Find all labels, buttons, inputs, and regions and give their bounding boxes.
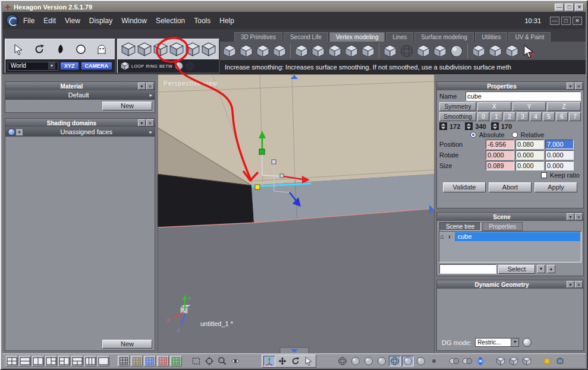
tab-vertex-modeling[interactable]: Vertex modeling xyxy=(329,32,385,42)
smoothing-level-7[interactable]: 7 xyxy=(569,112,581,121)
collapse-icon[interactable]: ▼ xyxy=(567,213,574,220)
rotate-x-field[interactable] xyxy=(486,150,514,160)
vertex-tool-icon[interactable] xyxy=(433,44,447,58)
maximize-icon[interactable]: □ xyxy=(565,4,574,11)
size-z-field[interactable] xyxy=(545,161,574,170)
vertex-tool-icon[interactable] xyxy=(328,44,342,58)
absolute-radio[interactable] xyxy=(470,132,476,138)
tab-scene-properties[interactable]: Properties xyxy=(482,222,523,231)
shading-item-row[interactable]: + Unassigned faces ▸ xyxy=(5,127,155,137)
validate-button[interactable]: Validate xyxy=(443,182,486,192)
vertex-tool-icon[interactable] xyxy=(344,44,359,58)
menu-window[interactable]: Window xyxy=(121,17,147,25)
vertex-tool-icon[interactable] xyxy=(471,44,486,58)
material-item-row[interactable]: Default ▸ xyxy=(5,90,155,100)
smoothing-tool-icon[interactable] xyxy=(505,44,519,58)
layout-three-cols-icon[interactable] xyxy=(84,356,96,366)
rotate-tool-icon[interactable] xyxy=(290,356,301,366)
menu-selection[interactable]: Selection xyxy=(156,17,185,25)
tab-uv-paint[interactable]: UV & Paint xyxy=(508,32,551,42)
scene-titlebar[interactable]: Scene ▼ ✕ xyxy=(437,213,583,221)
size-x-field[interactable] xyxy=(486,161,514,170)
lasso-curve-icon[interactable] xyxy=(54,43,66,55)
vertex-tool-icon[interactable] xyxy=(272,44,287,58)
properties-titlebar[interactable]: Properties ▼ ✕ xyxy=(437,82,583,90)
symmetry-z-button[interactable]: Z xyxy=(547,102,581,111)
add-selection-icon[interactable]: + xyxy=(521,44,536,58)
smoothing-level-5[interactable]: 5 xyxy=(543,112,555,121)
select-button[interactable]: Select xyxy=(498,265,535,274)
camera-button[interactable]: CAMERA xyxy=(81,62,113,70)
edge-count-spinner-icon[interactable] xyxy=(465,122,473,130)
grid-xy-icon[interactable] xyxy=(144,356,156,366)
size-y-field[interactable] xyxy=(515,161,544,170)
shading-domains-body[interactable] xyxy=(5,137,155,338)
light-icon[interactable] xyxy=(541,356,553,366)
shading-mode-selected2-icon[interactable] xyxy=(402,356,414,366)
add-domain-icon[interactable]: + xyxy=(15,128,23,136)
menu-display[interactable]: Display xyxy=(89,17,112,25)
vertex-tool-icon[interactable] xyxy=(449,44,464,58)
title-bar[interactable]: Hexagon Version 2.5.1.79 — □ ✕ xyxy=(2,2,586,12)
position-y-field[interactable] xyxy=(515,140,544,149)
tab-lines[interactable]: Lines xyxy=(386,32,413,42)
rotate-y-field[interactable] xyxy=(515,150,544,160)
minimize-icon[interactable]: — xyxy=(555,4,564,11)
menu-file[interactable]: File xyxy=(23,17,34,25)
cube-tool-icon[interactable] xyxy=(121,42,136,57)
close-icon[interactable]: ✕ xyxy=(575,281,583,288)
cube-tool-icon[interactable] xyxy=(185,42,200,57)
vertex-tool-icon[interactable] xyxy=(361,44,375,58)
close-icon[interactable]: ✕ xyxy=(575,213,583,220)
vertex-tool-icon[interactable] xyxy=(400,44,414,58)
scene-filter-input[interactable] xyxy=(439,264,496,274)
smoothing-level-4[interactable]: 4 xyxy=(530,112,542,121)
shading-points-icon[interactable] xyxy=(428,356,440,366)
shading-ghost-icon[interactable] xyxy=(415,356,427,366)
cube-tool-icon-circled[interactable] xyxy=(153,42,168,57)
mdi-close-icon[interactable]: ✕ xyxy=(573,17,582,25)
dg-indicator-ball[interactable] xyxy=(523,338,532,347)
between-label[interactable]: BETW xyxy=(159,64,172,68)
shading-wireframe-icon[interactable] xyxy=(337,356,348,366)
menu-help[interactable]: Help xyxy=(219,17,234,25)
visibility-icon[interactable] xyxy=(229,356,241,366)
circle-select-icon[interactable] xyxy=(75,43,87,55)
mdi-restore-icon[interactable]: □ xyxy=(561,17,571,25)
smoothing-level-0[interactable]: 0 xyxy=(477,112,489,121)
display-cube-icon[interactable] xyxy=(495,356,507,366)
scale-tool-icon[interactable] xyxy=(303,356,315,366)
perspective-viewport[interactable]: Y X Z Perspective view untitled_1 * xyxy=(158,74,435,353)
tab-surface-modeling[interactable]: Surface modeling xyxy=(414,32,474,42)
rotate-view-icon[interactable] xyxy=(33,43,45,55)
material-new-button[interactable]: New xyxy=(102,102,152,110)
shading-panel-titlebar[interactable]: Shading domains ▼ ✕ xyxy=(5,119,155,127)
ring-mode-icon[interactable] xyxy=(185,61,195,71)
snap-grid-icon[interactable] xyxy=(131,356,143,366)
collapse-icon[interactable]: ▼ xyxy=(138,83,146,90)
edge-select-icon[interactable] xyxy=(120,61,130,71)
center-view-icon[interactable] xyxy=(203,356,215,366)
layout-cols-icon[interactable] xyxy=(32,356,44,366)
scene-down-icon[interactable]: ▼ xyxy=(537,265,545,273)
face-count-spinner-icon[interactable] xyxy=(491,122,499,130)
symmetry-x-button[interactable]: X xyxy=(477,102,511,111)
name-field[interactable] xyxy=(466,91,581,101)
layout-rows-icon[interactable] xyxy=(19,356,31,366)
keep-ratio-checkbox[interactable] xyxy=(541,172,547,178)
vertex-tool-icon[interactable] xyxy=(222,44,237,58)
vertex-tool-icon[interactable] xyxy=(488,44,502,58)
menu-tools[interactable]: Tools xyxy=(194,17,210,25)
ring-label[interactable]: RING xyxy=(146,64,158,68)
marquee-select-icon[interactable] xyxy=(190,356,202,366)
backface-icon[interactable] xyxy=(448,356,460,366)
close-icon[interactable]: ✕ xyxy=(146,119,154,127)
smoothing-level-3[interactable]: 3 xyxy=(517,112,529,121)
collapse-icon[interactable]: ▼ xyxy=(138,119,146,127)
symmetry-y-button[interactable]: Y xyxy=(512,102,546,111)
tab-second-life[interactable]: Second Life xyxy=(284,32,328,42)
collapse-icon[interactable]: ▼ xyxy=(567,281,574,288)
scene-tree[interactable]: ⌂ cube xyxy=(439,231,581,263)
vertex-tool-icon[interactable] xyxy=(256,44,270,58)
tab-scene-tree[interactable]: Scene tree xyxy=(439,222,481,231)
